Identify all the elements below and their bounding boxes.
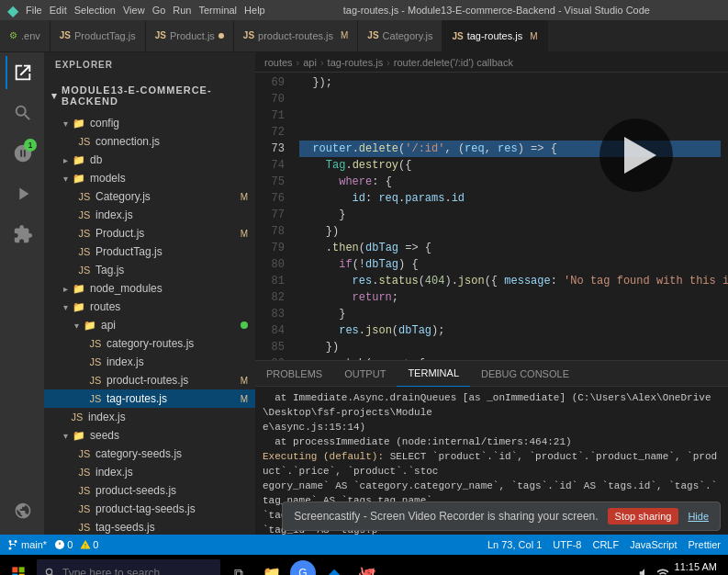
encoding[interactable]: UTF-8 [553, 539, 581, 550]
breadcrumb-sep1: › [297, 57, 300, 68]
taskbar-vscode[interactable]: ◆ [319, 558, 349, 575]
menu-edit[interactable]: Edit [50, 5, 67, 16]
eol[interactable]: CRLF [592, 539, 619, 550]
tree-item-db[interactable]: ▸ 📁 db [44, 151, 255, 169]
tree-item-category-seeds[interactable]: JS category-seeds.js [44, 445, 255, 463]
error-count[interactable]: 0 [54, 539, 73, 550]
ln-83: 83 [255, 306, 285, 322]
tab-debug-console[interactable]: DEBUG CONSOLE [470, 361, 580, 387]
modified-dot [218, 33, 224, 39]
js-file-icon5: JS [77, 246, 92, 257]
tree-item-connection[interactable]: JS connection.js [44, 132, 255, 151]
tab-bar: ⚙ .env JS ProductTag.js JS Product.js JS… [0, 20, 728, 52]
ln-73: 73 [255, 141, 285, 157]
start-button[interactable] [4, 558, 33, 575]
breadcrumb-file[interactable]: tag-routes.js [328, 57, 384, 68]
taskbar-search[interactable] [37, 559, 220, 575]
taskbar-chrome[interactable]: G [290, 560, 316, 575]
js-icon3: JS [243, 30, 254, 40]
sidebar: EXPLORER ▾ MODULE13-E-COMMERCE-BACKEND ▾… [44, 52, 255, 535]
tree-item-index-models[interactable]: JS index.js [44, 206, 255, 224]
git-branch[interactable]: main* [7, 539, 47, 550]
activity-extensions[interactable] [6, 218, 39, 251]
tree-item-category-js[interactable]: JS Category.js M [44, 187, 255, 206]
tree-item-api[interactable]: ▾ 📁 api [44, 316, 255, 334]
folder-icon2: 📁 [72, 154, 86, 166]
tab-output[interactable]: OUTPUT [333, 361, 397, 387]
tab-terminal[interactable]: TERMINAL [397, 361, 470, 387]
menu-selection[interactable]: Selection [74, 5, 116, 16]
activity-source-control[interactable]: 1 [6, 137, 39, 170]
tab-product-routes-label: product-routes.js [258, 30, 333, 41]
chevron-icon4: ▾ [59, 302, 72, 312]
modified-badge: M [241, 192, 248, 202]
tab-product[interactable]: JS Product.js [146, 20, 234, 51]
tree-item-config[interactable]: ▾ 📁 config [44, 114, 255, 132]
js-icon4: JS [367, 30, 378, 40]
tab-category[interactable]: JS Category.js [358, 20, 442, 51]
tree-item-product-js[interactable]: JS Product.js M [44, 224, 255, 242]
play-triangle-icon [624, 137, 656, 174]
tree-item-tag-seeds[interactable]: JS tag-seeds.js [44, 518, 255, 535]
js-file-icon14: JS [77, 485, 92, 496]
breadcrumb: routes › api › tag-routes.js › router.de… [255, 52, 728, 73]
activity-remote[interactable] [6, 494, 39, 527]
tab-env[interactable]: ⚙ .env [0, 20, 50, 51]
activity-search[interactable] [6, 96, 39, 130]
breadcrumb-routes[interactable]: routes [264, 57, 293, 68]
branch-icon [7, 539, 18, 550]
menu-go[interactable]: Go [152, 5, 166, 16]
ln-col[interactable]: Ln 73, Col 1 [487, 539, 542, 550]
js-file-icon8: JS [88, 356, 103, 367]
code-line-82: return; [299, 289, 721, 306]
ln-72: 72 [255, 124, 285, 141]
breadcrumb-callback[interactable]: router.delete('/:id') callback [394, 57, 513, 68]
tab-product-tag[interactable]: JS ProductTag.js [50, 20, 146, 51]
breadcrumb-api[interactable]: api [303, 57, 317, 68]
language[interactable]: JavaScript [630, 539, 677, 550]
hide-button[interactable]: Hide [688, 511, 709, 522]
tree-item-tag-routes[interactable]: JS tag-routes.js M [44, 389, 255, 408]
taskbar-explorer[interactable]: 📁 [257, 558, 286, 575]
tab-tag-routes[interactable]: JS tag-routes.js M [442, 20, 547, 51]
tree-item-index-api[interactable]: JS index.js [44, 353, 255, 371]
taskbar-right: 11:15 AM 10/4/2021 [638, 560, 724, 575]
chevron-icon2: ▾ [59, 174, 72, 184]
ln-81: 81 [255, 273, 285, 289]
search-input[interactable] [62, 567, 200, 575]
tree-item-routes[interactable]: ▾ 📁 routes [44, 298, 255, 316]
tree-item-tag-js[interactable]: JS Tag.js [44, 261, 255, 279]
tab-problems[interactable]: PROBLEMS [255, 361, 333, 387]
tree-item-models[interactable]: ▾ 📁 models [44, 169, 255, 187]
ln-75: 75 [255, 174, 285, 190]
project-name[interactable]: ▾ MODULE13-E-COMMERCE-BACKEND [44, 77, 255, 114]
activity-explorer[interactable] [6, 56, 39, 89]
menu-view[interactable]: View [123, 5, 145, 16]
ln-82: 82 [255, 289, 285, 306]
js-file-icon13: JS [77, 467, 92, 478]
menu-help[interactable]: Help [244, 5, 265, 16]
folder-icon5: 📁 [72, 301, 86, 313]
tree-item-product-routes[interactable]: JS product-routes.js M [44, 371, 255, 389]
tab-product-routes[interactable]: JS product-routes.js M [234, 20, 359, 51]
tree-item-seeds[interactable]: ▾ 📁 seeds [44, 426, 255, 445]
tree-item-index-routes[interactable]: JS index.js [44, 408, 255, 426]
chevron-down-icon: ▾ [51, 90, 58, 102]
tree-item-node-modules[interactable]: ▸ 📁 node_modules [44, 279, 255, 298]
tree-item-index-seeds[interactable]: JS index.js [44, 463, 255, 481]
prettier[interactable]: Prettier [689, 539, 721, 550]
activity-run[interactable] [6, 177, 39, 210]
stop-sharing-button[interactable]: Stop sharing [608, 508, 679, 524]
tree-item-category-routes[interactable]: JS category-routes.js [44, 334, 255, 353]
code-editor[interactable]: 69 70 71 72 73 74 75 76 77 78 79 80 81 8… [255, 73, 728, 360]
menu-run[interactable]: Run [173, 5, 191, 16]
play-button[interactable] [599, 118, 673, 192]
tree-item-product-seeds[interactable]: JS product-seeds.js [44, 481, 255, 500]
warning-count[interactable]: 0 [80, 539, 98, 550]
taskview-button[interactable]: ⧉ [224, 558, 253, 575]
taskbar-github[interactable]: 🐙 [353, 558, 382, 575]
menu-terminal[interactable]: Terminal [199, 5, 238, 16]
menu-file[interactable]: File [26, 5, 42, 16]
tree-item-producttag-js[interactable]: JS ProductTag.js [44, 242, 255, 261]
tree-item-product-tag-seeds[interactable]: JS product-tag-seeds.js [44, 500, 255, 518]
